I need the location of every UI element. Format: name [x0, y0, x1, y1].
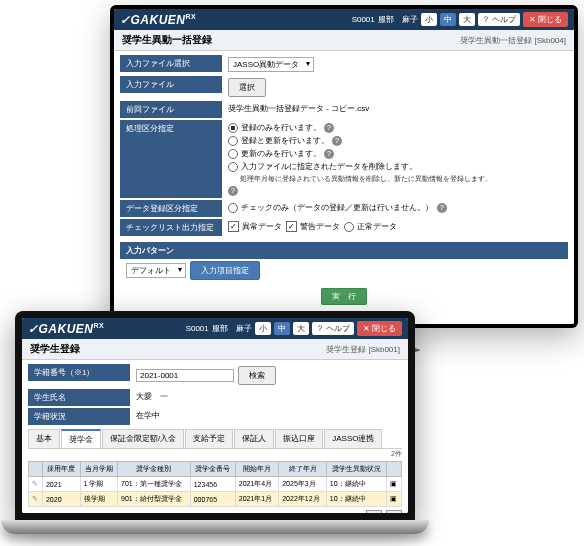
label-status: 学籍状況: [28, 408, 130, 425]
page-code: 奨学生登録 [Skb001]: [326, 344, 400, 355]
main-content-laptop: 学籍番号（※1）検索 学生氏名大愛 一 学籍状況在学中 基本 奨学金 保証金限定…: [22, 360, 408, 513]
label-student-no: 学籍番号（※1）: [28, 364, 130, 381]
close-icon: ✕: [363, 324, 370, 333]
scholarship-table: 採用年度当月学期奨学金種別奨学金番号開始年月終了年月奨学生異動状況 ✎20211…: [28, 461, 402, 507]
label-input-file: 入力ファイル: [120, 76, 222, 93]
help-icon[interactable]: ?: [332, 136, 342, 146]
app-logo: ✓GAKUENRX: [120, 13, 196, 27]
main-content: 入力ファイル選択JASSO異動データ 入力ファイル選択 前回ファイル奨学生異動一…: [114, 51, 574, 324]
help-icon[interactable]: ?: [437, 203, 447, 213]
close-button[interactable]: ✕閉じる: [523, 12, 568, 27]
label-file-select: 入力ファイル選択: [120, 55, 222, 72]
student-no-input[interactable]: [136, 369, 234, 382]
app-header: ✓GAKUENRX S0001 服部 麻子 小 中 大 ？ ヘルプ ✕閉じる: [114, 9, 574, 30]
label-data-reg: データ登録区分指定: [120, 200, 222, 217]
table-row[interactable]: ✎2020後学期901：給付型奨学金0007652021年1月2022年12月1…: [29, 492, 402, 507]
edit-icon[interactable]: ✎: [29, 492, 43, 507]
radio-register-update[interactable]: 登録と更新を行います。?: [228, 135, 342, 146]
detail-icon[interactable]: ▣: [386, 477, 401, 492]
user-id: S0001: [186, 324, 209, 333]
file-select-dropdown[interactable]: JASSO異動データ: [228, 57, 314, 72]
size-large[interactable]: 大: [293, 322, 309, 335]
help-button[interactable]: ？ ヘルプ: [312, 322, 354, 335]
app-logo: ✓GAKUENRX: [28, 322, 104, 336]
proc-note: 処理年月毎に登録されている異動情報を削除し、新たに異動情報を登録します。: [240, 174, 492, 184]
section-pattern: 入力パターン: [120, 242, 568, 259]
tab-guarantor[interactable]: 保証人: [234, 429, 274, 448]
tab-jasso[interactable]: JASSO連携: [324, 429, 382, 448]
size-medium[interactable]: 中: [274, 322, 290, 335]
pattern-config-button[interactable]: 入力項目指定: [190, 261, 260, 280]
tab-payment[interactable]: 支給予定: [185, 429, 233, 448]
tab-scholarship[interactable]: 奨学金: [61, 429, 101, 448]
page-code: 奨学生異動一括登録 [Skb004]: [460, 35, 566, 46]
page-title: 奨学生異動一括登録: [122, 33, 212, 47]
close-icon: ✕: [529, 15, 536, 24]
table-header-row: 採用年度当月学期奨学金種別奨学金番号開始年月終了年月奨学生異動状況: [29, 462, 402, 477]
radio-register-only[interactable]: 登録のみを行います。?: [228, 122, 334, 133]
app-header-laptop: ✓GAKUENRX S0001 服部 麻子 小 中 大 ？ ヘルプ ✕閉じる: [22, 318, 408, 339]
status-value: 在学中: [130, 408, 402, 423]
help-icon[interactable]: ?: [324, 123, 334, 133]
row-count: 2件: [28, 449, 402, 459]
check-normal[interactable]: 正常データ: [344, 221, 397, 232]
help-icon[interactable]: ?: [324, 149, 334, 159]
tab-bar: 基本 奨学金 保証金限定額/入金 支給予定 保証人 振込口座 JASSO連携: [28, 429, 402, 449]
new-row-button[interactable]: +: [366, 510, 382, 513]
page-subheader: 奨学生登録 奨学生登録 [Skb001]: [22, 339, 408, 360]
label-checklist: チェックリスト出力指定: [120, 219, 222, 236]
size-large[interactable]: 大: [459, 13, 475, 26]
user-name: 服部 麻子: [378, 14, 418, 25]
file-choose-button[interactable]: 選択: [228, 78, 266, 97]
page-subheader: 奨学生異動一括登録 奨学生異動一括登録 [Skb004]: [114, 30, 574, 51]
search-button[interactable]: 検索: [238, 366, 276, 385]
table-row[interactable]: ✎20211 学期701：第一種奨学金1234562021年4月2025年3月1…: [29, 477, 402, 492]
size-small[interactable]: 小: [255, 322, 271, 335]
execute-button[interactable]: 実 行: [321, 288, 367, 305]
pattern-dropdown[interactable]: デフォルト: [126, 263, 186, 278]
prev-file-value: 奨学生異動一括登録データ - コピー.csv: [222, 101, 568, 116]
size-small[interactable]: 小: [421, 13, 437, 26]
desktop-monitor: ✓GAKUENRX S0001 服部 麻子 小 中 大 ？ ヘルプ ✕閉じる 奨…: [110, 5, 578, 328]
tab-basic[interactable]: 基本: [28, 429, 60, 448]
laptop-base: [1, 520, 429, 534]
user-name: 服部 麻子: [212, 323, 252, 334]
check-abnormal[interactable]: 異常データ: [228, 221, 282, 232]
edit-icon[interactable]: ✎: [29, 477, 43, 492]
detail-icon[interactable]: ▣: [386, 492, 401, 507]
laptop: ✓GAKUENRX S0001 服部 麻子 小 中 大 ？ ヘルプ ✕閉じる 奨…: [15, 311, 415, 536]
help-button[interactable]: ？ ヘルプ: [478, 13, 520, 26]
label-prev-file: 前回ファイル: [120, 101, 222, 118]
radio-update-only[interactable]: 更新のみを行います。?: [228, 148, 334, 159]
radio-delete[interactable]: 入力ファイルに指定されたデータを削除します。: [228, 161, 417, 172]
tab-guarantee[interactable]: 保証金限定額/入金: [102, 429, 184, 448]
laptop-screen: ✓GAKUENRX S0001 服部 麻子 小 中 大 ？ ヘルプ ✕閉じる 奨…: [22, 318, 408, 513]
user-id: S0001: [352, 15, 375, 24]
close-button[interactable]: ✕閉じる: [357, 321, 402, 336]
label-proc: 処理区分指定: [120, 120, 222, 198]
monitor-screen: ✓GAKUENRX S0001 服部 麻子 小 中 大 ？ ヘルプ ✕閉じる 奨…: [114, 9, 574, 324]
check-warning[interactable]: 警告データ: [286, 221, 340, 232]
delete-row-button[interactable]: −: [386, 510, 402, 513]
tab-account[interactable]: 振込口座: [275, 429, 323, 448]
page-title: 奨学生登録: [30, 342, 80, 356]
student-name-value: 大愛 一: [130, 389, 402, 404]
radio-check-only[interactable]: チェックのみ（データの登録／更新は行いません。）: [228, 202, 433, 213]
help-icon[interactable]: ?: [228, 186, 238, 196]
size-medium[interactable]: 中: [440, 13, 456, 26]
label-student-name: 学生氏名: [28, 389, 130, 406]
